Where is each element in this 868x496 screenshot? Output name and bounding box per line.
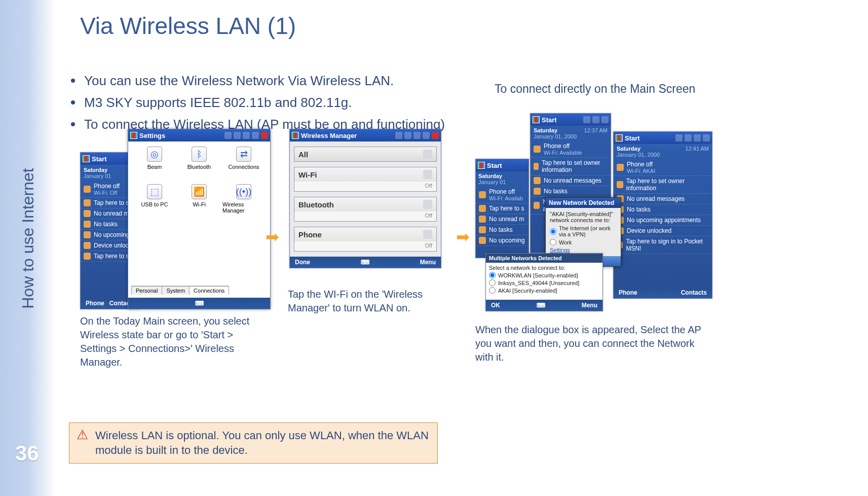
owner-icon [479, 205, 486, 212]
settings-window: Settings ◎Beam ᛒBluetooth ⇄Connections ⬚… [128, 129, 271, 309]
today-screen-connected: Start SaturdayJanuary 01, 200012:41 AM P… [613, 131, 712, 299]
menu-softkey[interactable]: Menu [582, 302, 597, 309]
arrow-right-icon: ➡ [456, 227, 470, 246]
bluetooth-state-icon [423, 200, 432, 209]
volume-icon [592, 116, 599, 123]
done-softkey[interactable]: Done [295, 259, 310, 266]
power-icon [423, 150, 432, 159]
figure-1: Start Saturday January 01 Phone offWi-Fi… [80, 129, 272, 369]
msg-icon [534, 177, 541, 184]
caption-3: When the dialogue box is appeared, Selec… [475, 323, 712, 364]
tab-system[interactable]: System [162, 286, 190, 295]
phone-state-icon [423, 230, 432, 239]
sidebar-band: How to use Internet 36 [0, 0, 56, 496]
start-flag-icon [533, 116, 540, 123]
caption-2: Tap the WI-Fi on the 'Wireless Manager' … [288, 288, 443, 315]
bullet-list: You can use the Wireless Network Via Wir… [66, 71, 481, 136]
lock-icon [84, 242, 91, 249]
menu-softkey[interactable]: Menu [420, 259, 436, 266]
tasks-icon [479, 226, 486, 233]
volume-icon [423, 132, 430, 139]
contacts-softkey[interactable]: Contacts [681, 289, 707, 296]
close-icon[interactable] [261, 132, 268, 139]
wm-bluetooth-row[interactable]: Bluetooth Off [294, 197, 437, 222]
msg-icon [84, 210, 91, 217]
sidebar-label: How to use Internet [19, 168, 37, 308]
owner-icon [617, 181, 623, 188]
sip-icon[interactable]: ⌨ [361, 259, 369, 266]
wm-wifi-row[interactable]: Wi-Fi Off [294, 167, 437, 192]
wifi-icon: 📶 [192, 184, 207, 199]
bullet-item: You can use the Wireless Network Via Wir… [66, 71, 481, 91]
phone-softkey[interactable]: Phone [619, 289, 637, 296]
sip-icon[interactable]: ⌨ [195, 300, 204, 307]
unread-row: No unread m [94, 210, 129, 217]
phone-softkey[interactable]: Phone [86, 300, 104, 307]
wm-all-row[interactable]: All [294, 147, 437, 162]
phone-off-label: Phone off [94, 183, 120, 190]
right-heading: To connect directly on the Main Screen [495, 82, 695, 96]
bluetooth-icon: ᛒ [192, 147, 207, 162]
page-number: 36 [15, 441, 39, 466]
keyboard-icon [224, 132, 232, 139]
usb-icon: ⬚ [147, 184, 162, 199]
signal-icon [413, 132, 421, 139]
popup-body-text: "AKAI [Security-enabled]" network connec… [550, 211, 617, 223]
start-flag-icon [130, 132, 137, 139]
ok-softkey[interactable]: OK [491, 302, 500, 309]
owner-row: Tap here to s [94, 199, 129, 206]
start-flag-icon [478, 162, 485, 169]
start-flag-icon [83, 155, 90, 162]
phone-icon [84, 186, 91, 193]
appt-icon [84, 231, 91, 238]
figure-3: To connect directly on the Main Screen S… [475, 82, 712, 364]
keyboard-icon [675, 134, 683, 141]
close-icon[interactable] [432, 132, 439, 139]
popup-radio-work[interactable]: Work [550, 239, 617, 245]
tasks-icon [84, 221, 91, 228]
appt-icon [479, 237, 486, 244]
msn-icon [84, 253, 91, 260]
keyboard-icon [395, 132, 402, 139]
settings-tabs: Personal System Connections [131, 286, 229, 295]
warning-text: Wireless LAN is optional. You can only u… [95, 428, 430, 458]
net-radio-workwlan[interactable]: WORKWLAN [Security-enabled] [489, 272, 599, 278]
settings-item-beam[interactable]: ◎Beam [133, 147, 176, 182]
tab-connections[interactable]: Connections [189, 286, 229, 295]
signal-icon [243, 132, 250, 139]
popup-radio-internet[interactable]: The Internet (or work via a VPN) [550, 225, 617, 237]
popup-settings-link[interactable]: Settings [550, 247, 570, 253]
today-screen-partial-2: Start SaturdayJanuary 01 Phone offWi-Fi:… [475, 159, 529, 258]
owner-icon [84, 199, 91, 206]
settings-item-wireless-manager[interactable]: ((•))Wireless Manager [222, 184, 265, 226]
phone-icon [617, 164, 624, 171]
battery-icon [703, 134, 710, 141]
bullet-item: M3 SKY supports IEEE 802.11b and 802.11g… [66, 93, 481, 113]
wm-title: Wireless Manager [301, 132, 393, 139]
settings-title: Settings [139, 132, 222, 139]
wifi-state-icon [423, 170, 432, 179]
multi-prompt: Select a network to connect to: [489, 265, 599, 271]
volume-icon [694, 134, 701, 141]
tasks-icon [534, 188, 541, 195]
settings-item-usb[interactable]: ⬚USB to PC [133, 184, 176, 226]
start-flag-icon [292, 132, 299, 139]
figure-2: Wireless Manager All Wi-Fi Off Bluetooth… [288, 129, 443, 315]
sip-icon[interactable]: ⌨ [537, 302, 545, 309]
tasks-row: No tasks [94, 221, 118, 228]
appt-icon [534, 202, 540, 209]
tab-personal[interactable]: Personal [131, 286, 162, 295]
net-radio-akai[interactable]: AKAI [Security-enabled] [489, 287, 599, 294]
wm-phone-row[interactable]: Phone Off [294, 227, 437, 252]
net-radio-linksys[interactable]: linksys_SES_49044 [Unsecured] [489, 279, 599, 286]
phone-icon [479, 191, 486, 198]
settings-item-wifi[interactable]: 📶Wi-Fi [178, 184, 220, 226]
phone-icon [534, 146, 541, 153]
warning-box: ⚠ Wireless LAN is optional. You can only… [69, 422, 438, 464]
msg-icon [479, 216, 486, 223]
volume-icon [252, 132, 259, 139]
multiple-networks-popup: Multiple Networks Detected Select a netw… [485, 253, 603, 311]
page-title: Via Wireless LAN (1) [80, 12, 296, 40]
settings-item-bluetooth[interactable]: ᛒBluetooth [178, 147, 220, 182]
settings-item-connections[interactable]: ⇄Connections [222, 147, 265, 182]
